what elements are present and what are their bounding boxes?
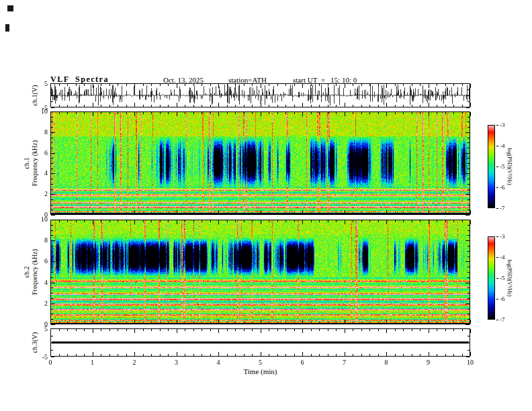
ch2-frequency-axis-label: ch.2 Frequency (kHz) (23, 249, 39, 295)
frequency-tick-label: 8 (32, 128, 48, 136)
time-axis-label: Time (min) (50, 367, 470, 375)
ch1-frequency-axis-label: ch.1 Frequency (kHz) (23, 140, 39, 186)
voltage-tick-label: -5 (32, 353, 48, 361)
ch1-spectrogram-plot (50, 111, 470, 215)
x-tick-label: 7 (338, 359, 351, 366)
colorbar-ch2 (488, 236, 495, 320)
x-tick-label: 2 (128, 359, 141, 366)
frequency-tick-label: 6 (32, 149, 48, 156)
screen-artifact-2 (5, 24, 9, 32)
axis-label-line: ch.2 (23, 249, 31, 295)
colorbar-tick-label: -4 (500, 142, 513, 150)
x-tick-label: 6 (296, 359, 309, 366)
colorbar-tick-label: -3 (500, 122, 513, 129)
colorbar-tick-label: -6 (500, 184, 513, 191)
ch3-waveform-plot (50, 328, 470, 357)
ch1-waveform-plot (50, 83, 470, 107)
colorbar-tick-label: -5 (500, 163, 513, 171)
colorbar-tick-label: -4 (500, 254, 513, 261)
frequency-tick-label: 8 (32, 236, 48, 244)
frequency-tick-label: 4 (32, 169, 48, 177)
frequency-tick-label: 2 (32, 300, 48, 307)
x-tick-label: 3 (170, 359, 183, 366)
frequency-tick-label: 10 (32, 216, 48, 223)
colorbar-tick-label: -6 (500, 295, 513, 303)
x-tick-label: 8 (380, 359, 393, 366)
voltage-tick-label: 5 (32, 80, 48, 87)
colorbar-ch1 (488, 125, 495, 208)
x-tick-label: 5 (254, 359, 267, 366)
colorbar-tick-label: -7 (500, 205, 513, 212)
ch3-voltage-axis-label: ch.3(V) (31, 332, 39, 353)
axis-label-line: ch.1 (23, 140, 31, 186)
colorbar-tick-label: -7 (500, 316, 513, 324)
axis-label-line: Frequency (kHz) (31, 249, 39, 295)
x-tick-label: 1 (86, 359, 99, 366)
axis-label-line: Frequency (kHz) (31, 140, 39, 186)
frequency-tick-label: 2 (32, 190, 48, 197)
voltage-tick-label: -5 (32, 104, 48, 111)
screen-artifact-1 (7, 5, 13, 11)
x-tick-label: 10 (463, 359, 477, 366)
ch2-spectrogram-plot (50, 220, 470, 324)
colorbar-tick-label: -5 (500, 275, 513, 282)
frequency-tick-label: 4 (32, 279, 48, 286)
x-tick-label: 4 (212, 359, 225, 366)
colorbar-tick-label: -3 (500, 233, 513, 240)
ch1-voltage-axis-label: ch.1(V) (31, 85, 39, 106)
x-tick-label: 9 (422, 359, 435, 366)
vlf-spectra-figure: VLF Spectra Oct. 13, 2025 station=ATH st… (0, 0, 532, 411)
frequency-tick-label: 6 (32, 257, 48, 265)
voltage-tick-label: 5 (32, 325, 48, 332)
